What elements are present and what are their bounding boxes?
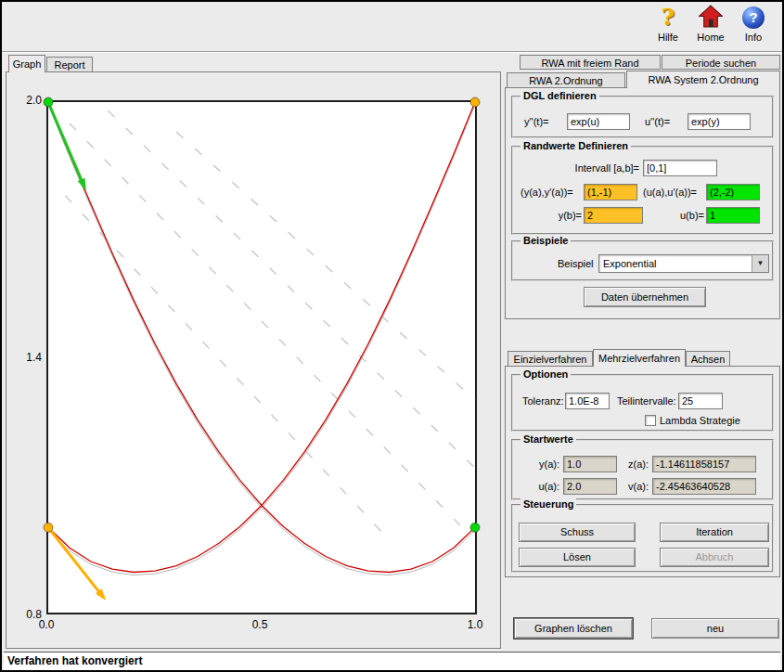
dgl-u-label: u''(t)= xyxy=(645,115,670,129)
dgl-group: DGL definieren y''(t)= exp(u) u''(t)= ex… xyxy=(511,96,774,138)
iteration-button[interactable]: Iteration xyxy=(660,523,769,542)
mehrzielverfahren-panel: Optionen Toleranz: 1.0E-8 Teilintervalle… xyxy=(505,366,780,577)
home-label: Home xyxy=(689,31,732,44)
ub-label: u(b)= xyxy=(675,209,704,223)
start-ya-input[interactable]: 1.0 xyxy=(563,456,617,472)
info-ball-glyph: ? xyxy=(742,6,765,29)
info-label: Info xyxy=(732,31,775,44)
graph-report-panel: Graph Report 2.0 1.4 0.8 0.0 0.5 1.0 xyxy=(6,54,501,649)
question-mark-glyph: ? xyxy=(662,5,675,31)
toleranz-label: Toleranz: xyxy=(522,394,564,408)
steuerung-group-title: Steuerung xyxy=(521,498,576,510)
plot-area[interactable] xyxy=(46,100,477,614)
optionen-group-title: Optionen xyxy=(521,368,571,381)
randwerte-group-title: Randwerte Definieren xyxy=(521,140,631,152)
tab-achsen[interactable]: Achsen xyxy=(686,351,730,366)
start-za-label: z(a): xyxy=(621,458,649,472)
start-ua-input[interactable]: 2.0 xyxy=(563,478,617,495)
tab-mehrzielverfahren[interactable]: Mehrzielverfahren xyxy=(593,349,686,367)
x-tick-label: 0.5 xyxy=(247,618,273,631)
beispiele-group: Beispiele Beispiel Exponential ▼ xyxy=(511,240,774,281)
info-button[interactable]: ? Info xyxy=(732,5,775,47)
help-button[interactable]: ? Hilfe xyxy=(647,5,689,47)
help-icon: ? xyxy=(647,5,689,31)
start-va-label: v(a): xyxy=(621,480,649,494)
x-tick-label: 0.0 xyxy=(33,618,59,631)
tab-rwa-freier-rand[interactable]: RWA mit freiem Rand xyxy=(520,55,661,70)
y-tick-label: 2.0 xyxy=(12,94,42,107)
start-ya-label: y(a): xyxy=(530,458,559,472)
info-icon: ? xyxy=(732,5,775,31)
beispiel-select[interactable]: Exponential ▼ xyxy=(598,254,769,273)
plot-container: 2.0 1.4 0.8 0.0 0.5 1.0 xyxy=(6,71,501,649)
toleranz-input[interactable]: 1.0E-8 xyxy=(565,393,610,409)
startwerte-group-title: Startwerte xyxy=(521,433,576,446)
x-tick-label: 1.0 xyxy=(462,618,488,631)
beispiel-label: Beispiel xyxy=(558,257,594,271)
tab-graph[interactable]: Graph xyxy=(8,55,45,72)
combo-arrow-icon[interactable]: ▼ xyxy=(752,255,768,272)
ub-input[interactable]: 1 xyxy=(706,207,760,224)
start-za-input[interactable]: -1.14611858157 xyxy=(652,456,756,472)
abbruch-button: Abbruch xyxy=(660,548,769,567)
yb-input[interactable]: 2 xyxy=(584,207,643,224)
dgl-group-title: DGL definieren xyxy=(521,90,599,102)
rwa-system-panel: DGL definieren y''(t)= exp(u) u''(t)= ex… xyxy=(505,87,780,319)
interval-input[interactable]: [0,1] xyxy=(643,160,717,176)
yb-label: y(b)= xyxy=(552,209,582,223)
teilintervalle-label: Teilintervalle: xyxy=(617,394,676,408)
settings-panel: RWA mit freiem Rand Periode suchen RWA 2… xyxy=(505,54,782,649)
ya-pair-input[interactable]: (1,-1) xyxy=(584,184,637,200)
tab-rwa-system-2ordnung[interactable]: RWA System 2.Ordnung xyxy=(626,71,780,88)
lambda-strategie-label: Lambda Strategie xyxy=(660,414,740,428)
beispiele-group-title: Beispiele xyxy=(521,235,571,247)
teilintervalle-input[interactable]: 25 xyxy=(678,393,723,409)
y-tick-label: 1.4 xyxy=(12,351,42,364)
plot-canvas xyxy=(48,102,475,613)
status-bar: Verfahren hat konvergiert xyxy=(4,652,780,672)
ya-pair-label: (y(a),y'(a))= xyxy=(521,186,573,200)
beispiel-selected-value: Exponential xyxy=(603,255,657,272)
app-window: ? Hilfe Home ? Info Graph Report 2.0 1. xyxy=(0,0,784,672)
toolbar: ? Hilfe Home ? Info xyxy=(2,2,782,52)
optionen-group: Optionen Toleranz: 1.0E-8 Teilintervalle… xyxy=(511,374,774,432)
start-ua-label: u(a): xyxy=(530,480,559,494)
ua-pair-label: (u(a),u'(a))= xyxy=(643,186,697,200)
tab-einzielverfahren[interactable]: Einzielverfahren xyxy=(508,351,593,366)
ua-pair-input[interactable]: (2,-2) xyxy=(706,184,760,200)
home-button[interactable]: Home xyxy=(689,5,732,47)
steuerung-group: Steuerung Schuss Iteration Lösen Abbruch xyxy=(511,504,774,573)
help-label: Hilfe xyxy=(647,31,689,44)
loesen-button[interactable]: Lösen xyxy=(519,548,636,567)
randwerte-group: Randwerte Definieren Intervall [a,b]= [0… xyxy=(511,146,774,235)
start-va-input[interactable]: -2.45463640528 xyxy=(652,478,756,495)
graphen-loeschen-button[interactable]: Graphen löschen xyxy=(514,618,633,639)
tab-periode-suchen[interactable]: Periode suchen xyxy=(662,55,780,70)
home-icon xyxy=(689,5,732,31)
tab-rwa-2ordnung[interactable]: RWA 2.Ordnung xyxy=(507,72,625,87)
status-message: Verfahren hat konvergiert xyxy=(7,654,142,667)
lambda-strategie-checkbox[interactable] xyxy=(645,415,656,426)
interval-label: Intervall [a,b]= xyxy=(554,162,639,175)
startwerte-group: Startwerte y(a): 1.0 z(a): -1.1461185815… xyxy=(511,439,774,500)
neu-button[interactable]: neu xyxy=(651,618,779,639)
tab-report[interactable]: Report xyxy=(46,57,93,71)
dgl-y-label: y''(t)= xyxy=(524,115,549,129)
dgl-u-input[interactable]: exp(y) xyxy=(688,113,751,130)
schuss-button[interactable]: Schuss xyxy=(519,523,636,542)
daten-uebernehmen-button[interactable]: Daten übernehmen xyxy=(584,287,706,307)
dgl-y-input[interactable]: exp(u) xyxy=(567,113,630,130)
